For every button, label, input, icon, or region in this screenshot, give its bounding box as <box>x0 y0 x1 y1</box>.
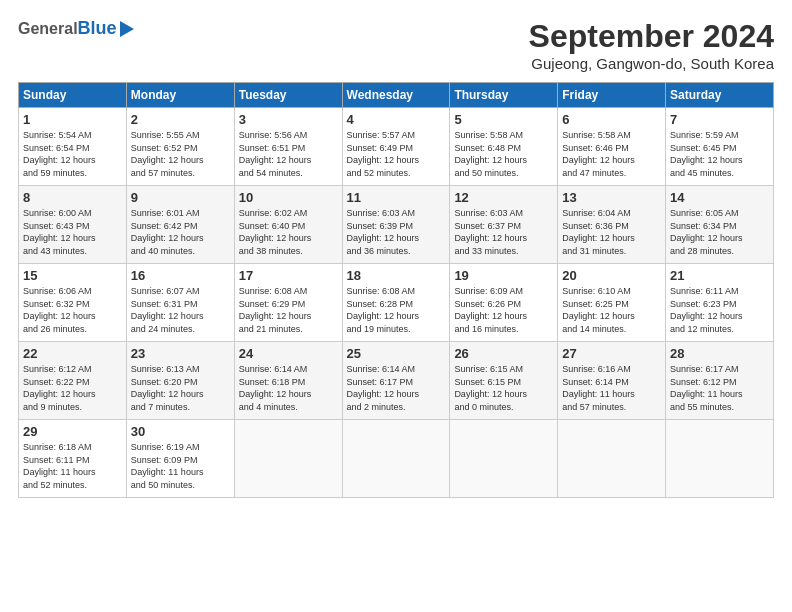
day-number: 23 <box>131 346 230 361</box>
calendar-subtitle: Gujeong, Gangwon-do, South Korea <box>529 55 774 72</box>
day-number: 18 <box>347 268 446 283</box>
header-thursday: Thursday <box>450 83 558 108</box>
day-number: 29 <box>23 424 122 439</box>
week-row-1: 1Sunrise: 5:54 AM Sunset: 6:54 PM Daylig… <box>19 108 774 186</box>
cell-3-7: 21Sunrise: 6:11 AM Sunset: 6:23 PM Dayli… <box>666 264 774 342</box>
day-info: Sunrise: 5:55 AM Sunset: 6:52 PM Dayligh… <box>131 129 230 179</box>
cell-1-1: 1Sunrise: 5:54 AM Sunset: 6:54 PM Daylig… <box>19 108 127 186</box>
cell-4-5: 26Sunrise: 6:15 AM Sunset: 6:15 PM Dayli… <box>450 342 558 420</box>
day-number: 25 <box>347 346 446 361</box>
day-info: Sunrise: 6:14 AM Sunset: 6:18 PM Dayligh… <box>239 363 338 413</box>
calendar-table: Sunday Monday Tuesday Wednesday Thursday… <box>18 82 774 498</box>
day-number: 4 <box>347 112 446 127</box>
week-row-2: 8Sunrise: 6:00 AM Sunset: 6:43 PM Daylig… <box>19 186 774 264</box>
cell-2-4: 11Sunrise: 6:03 AM Sunset: 6:39 PM Dayli… <box>342 186 450 264</box>
day-info: Sunrise: 5:57 AM Sunset: 6:49 PM Dayligh… <box>347 129 446 179</box>
cell-3-4: 18Sunrise: 6:08 AM Sunset: 6:28 PM Dayli… <box>342 264 450 342</box>
cell-5-3 <box>234 420 342 498</box>
cell-4-4: 25Sunrise: 6:14 AM Sunset: 6:17 PM Dayli… <box>342 342 450 420</box>
header-area: General Blue September 2024 Gujeong, Gan… <box>18 18 774 72</box>
day-number: 7 <box>670 112 769 127</box>
header-sunday: Sunday <box>19 83 127 108</box>
main-container: General Blue September 2024 Gujeong, Gan… <box>0 0 792 508</box>
day-number: 24 <box>239 346 338 361</box>
cell-5-5 <box>450 420 558 498</box>
day-info: Sunrise: 5:56 AM Sunset: 6:51 PM Dayligh… <box>239 129 338 179</box>
day-info: Sunrise: 6:15 AM Sunset: 6:15 PM Dayligh… <box>454 363 553 413</box>
cell-5-2: 30Sunrise: 6:19 AM Sunset: 6:09 PM Dayli… <box>126 420 234 498</box>
day-number: 28 <box>670 346 769 361</box>
week-row-5: 29Sunrise: 6:18 AM Sunset: 6:11 PM Dayli… <box>19 420 774 498</box>
cell-5-7 <box>666 420 774 498</box>
day-info: Sunrise: 6:03 AM Sunset: 6:39 PM Dayligh… <box>347 207 446 257</box>
day-number: 16 <box>131 268 230 283</box>
cell-5-4 <box>342 420 450 498</box>
cell-1-6: 6Sunrise: 5:58 AM Sunset: 6:46 PM Daylig… <box>558 108 666 186</box>
day-number: 2 <box>131 112 230 127</box>
week-row-3: 15Sunrise: 6:06 AM Sunset: 6:32 PM Dayli… <box>19 264 774 342</box>
day-info: Sunrise: 6:14 AM Sunset: 6:17 PM Dayligh… <box>347 363 446 413</box>
day-info: Sunrise: 6:04 AM Sunset: 6:36 PM Dayligh… <box>562 207 661 257</box>
day-info: Sunrise: 6:01 AM Sunset: 6:42 PM Dayligh… <box>131 207 230 257</box>
day-info: Sunrise: 6:13 AM Sunset: 6:20 PM Dayligh… <box>131 363 230 413</box>
cell-4-1: 22Sunrise: 6:12 AM Sunset: 6:22 PM Dayli… <box>19 342 127 420</box>
day-info: Sunrise: 6:19 AM Sunset: 6:09 PM Dayligh… <box>131 441 230 491</box>
day-info: Sunrise: 5:59 AM Sunset: 6:45 PM Dayligh… <box>670 129 769 179</box>
day-number: 27 <box>562 346 661 361</box>
day-number: 5 <box>454 112 553 127</box>
day-number: 6 <box>562 112 661 127</box>
cell-4-3: 24Sunrise: 6:14 AM Sunset: 6:18 PM Dayli… <box>234 342 342 420</box>
day-number: 30 <box>131 424 230 439</box>
day-info: Sunrise: 5:54 AM Sunset: 6:54 PM Dayligh… <box>23 129 122 179</box>
day-number: 22 <box>23 346 122 361</box>
logo-blue-text: Blue <box>78 18 117 39</box>
day-number: 10 <box>239 190 338 205</box>
day-number: 13 <box>562 190 661 205</box>
cell-3-1: 15Sunrise: 6:06 AM Sunset: 6:32 PM Dayli… <box>19 264 127 342</box>
day-number: 12 <box>454 190 553 205</box>
day-number: 3 <box>239 112 338 127</box>
header-wednesday: Wednesday <box>342 83 450 108</box>
cell-2-7: 14Sunrise: 6:05 AM Sunset: 6:34 PM Dayli… <box>666 186 774 264</box>
day-info: Sunrise: 6:18 AM Sunset: 6:11 PM Dayligh… <box>23 441 122 491</box>
day-number: 20 <box>562 268 661 283</box>
day-info: Sunrise: 6:06 AM Sunset: 6:32 PM Dayligh… <box>23 285 122 335</box>
day-info: Sunrise: 6:11 AM Sunset: 6:23 PM Dayligh… <box>670 285 769 335</box>
day-info: Sunrise: 6:17 AM Sunset: 6:12 PM Dayligh… <box>670 363 769 413</box>
header-saturday: Saturday <box>666 83 774 108</box>
day-info: Sunrise: 6:09 AM Sunset: 6:26 PM Dayligh… <box>454 285 553 335</box>
day-number: 1 <box>23 112 122 127</box>
weekday-header-row: Sunday Monday Tuesday Wednesday Thursday… <box>19 83 774 108</box>
day-info: Sunrise: 5:58 AM Sunset: 6:46 PM Dayligh… <box>562 129 661 179</box>
day-info: Sunrise: 6:03 AM Sunset: 6:37 PM Dayligh… <box>454 207 553 257</box>
cell-4-6: 27Sunrise: 6:16 AM Sunset: 6:14 PM Dayli… <box>558 342 666 420</box>
header-friday: Friday <box>558 83 666 108</box>
calendar-title: September 2024 <box>529 18 774 55</box>
day-info: Sunrise: 6:07 AM Sunset: 6:31 PM Dayligh… <box>131 285 230 335</box>
cell-2-2: 9Sunrise: 6:01 AM Sunset: 6:42 PM Daylig… <box>126 186 234 264</box>
cell-1-7: 7Sunrise: 5:59 AM Sunset: 6:45 PM Daylig… <box>666 108 774 186</box>
week-row-4: 22Sunrise: 6:12 AM Sunset: 6:22 PM Dayli… <box>19 342 774 420</box>
cell-1-5: 5Sunrise: 5:58 AM Sunset: 6:48 PM Daylig… <box>450 108 558 186</box>
logo: General Blue <box>18 18 134 39</box>
cell-3-6: 20Sunrise: 6:10 AM Sunset: 6:25 PM Dayli… <box>558 264 666 342</box>
cell-4-2: 23Sunrise: 6:13 AM Sunset: 6:20 PM Dayli… <box>126 342 234 420</box>
day-info: Sunrise: 6:05 AM Sunset: 6:34 PM Dayligh… <box>670 207 769 257</box>
day-number: 19 <box>454 268 553 283</box>
cell-1-4: 4Sunrise: 5:57 AM Sunset: 6:49 PM Daylig… <box>342 108 450 186</box>
cell-1-2: 2Sunrise: 5:55 AM Sunset: 6:52 PM Daylig… <box>126 108 234 186</box>
day-number: 26 <box>454 346 553 361</box>
logo-general-text: General <box>18 20 78 38</box>
header-tuesday: Tuesday <box>234 83 342 108</box>
day-info: Sunrise: 6:16 AM Sunset: 6:14 PM Dayligh… <box>562 363 661 413</box>
cell-5-6 <box>558 420 666 498</box>
day-info: Sunrise: 6:10 AM Sunset: 6:25 PM Dayligh… <box>562 285 661 335</box>
cell-2-3: 10Sunrise: 6:02 AM Sunset: 6:40 PM Dayli… <box>234 186 342 264</box>
day-number: 8 <box>23 190 122 205</box>
cell-4-7: 28Sunrise: 6:17 AM Sunset: 6:12 PM Dayli… <box>666 342 774 420</box>
day-number: 15 <box>23 268 122 283</box>
cell-2-5: 12Sunrise: 6:03 AM Sunset: 6:37 PM Dayli… <box>450 186 558 264</box>
cell-2-6: 13Sunrise: 6:04 AM Sunset: 6:36 PM Dayli… <box>558 186 666 264</box>
day-info: Sunrise: 6:08 AM Sunset: 6:29 PM Dayligh… <box>239 285 338 335</box>
header-monday: Monday <box>126 83 234 108</box>
